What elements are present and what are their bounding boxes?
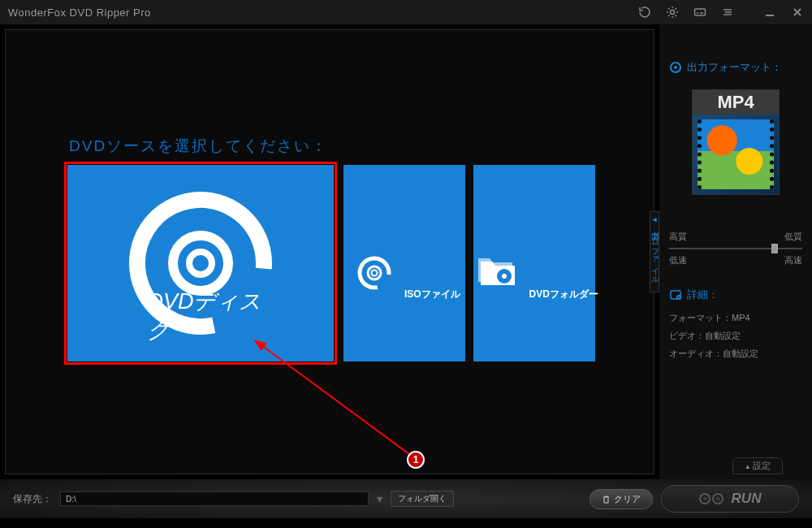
quality-low-label: 低質 [784, 231, 802, 243]
details-icon [669, 288, 682, 301]
settings-tab[interactable]: 設定 [732, 457, 783, 474]
quality-slider[interactable] [669, 248, 802, 249]
detail-format: フォーマット：MP4 [669, 309, 802, 327]
svg-point-4 [189, 252, 212, 275]
speed-high-label: 高速 [784, 254, 802, 266]
iso-file-tile[interactable]: ISOファイル [343, 165, 465, 361]
dvd-disc-label: DVDディスク [147, 287, 280, 345]
detail-video: ビデオ：自動設定 [669, 327, 802, 344]
bottom-bar: 保存先： ▾ フォルダ開く クリア RUN [0, 479, 812, 518]
reel-icon [699, 493, 723, 504]
output-format-selector[interactable]: MP4 [692, 89, 780, 195]
folder-icon [477, 253, 519, 292]
speed-low-label: 低速 [669, 254, 687, 266]
subtitle-icon[interactable] [693, 6, 706, 19]
minimize-icon[interactable] [763, 6, 776, 19]
svg-point-5 [357, 256, 392, 291]
annotation-marker-1: 1 [407, 451, 425, 469]
menu-icon[interactable] [721, 6, 734, 19]
svg-point-9 [502, 274, 507, 279]
run-button[interactable]: RUN [661, 485, 799, 513]
trash-icon [602, 495, 611, 504]
iso-file-label: ISOファイル [404, 288, 460, 300]
svg-point-12 [674, 66, 677, 69]
app-title: WonderFox DVD Ripper Pro [8, 6, 151, 19]
dvd-disc-tile[interactable]: DVDディスク [67, 165, 334, 361]
slider-thumb[interactable] [771, 244, 778, 253]
quality-high-label: 高質 [669, 231, 687, 243]
refresh-icon[interactable] [638, 6, 651, 19]
svg-point-3 [173, 236, 228, 291]
dvd-folder-label: DVDフォルダー [529, 288, 598, 300]
profile-tab[interactable]: 出力プロファイル [650, 211, 659, 292]
output-format-label: 出力フォーマット： [669, 60, 802, 75]
details-label: 詳細： [669, 288, 802, 302]
clear-button[interactable]: クリア [590, 489, 653, 509]
source-prompt: DVDソースを選択してください： [69, 136, 328, 157]
main-canvas: DVDソースを選択してください： DVDディスク ISOファイル [5, 29, 654, 474]
svg-point-7 [372, 270, 378, 276]
open-folder-button[interactable]: フォルダ開く [391, 491, 454, 507]
dvd-folder-tile[interactable]: DVDフォルダー [473, 165, 595, 361]
save-path-input[interactable] [60, 491, 369, 506]
svg-rect-1 [695, 9, 706, 15]
path-dropdown-icon[interactable]: ▾ [377, 492, 382, 505]
iso-icon [355, 253, 394, 292]
format-thumbnail [693, 115, 779, 194]
close-icon[interactable] [791, 6, 804, 19]
svg-point-0 [671, 11, 675, 15]
format-badge: MP4 [693, 90, 779, 115]
save-to-label: 保存先： [13, 492, 52, 506]
detail-audio: オーディオ：自動設定 [669, 344, 802, 362]
format-icon [669, 61, 682, 74]
svg-point-6 [368, 266, 381, 279]
sidebar: 出力プロファイル 出力フォーマット： MP4 高質 低質 低速 高速 詳細： フ… [659, 24, 812, 479]
gear-icon[interactable] [666, 6, 679, 19]
